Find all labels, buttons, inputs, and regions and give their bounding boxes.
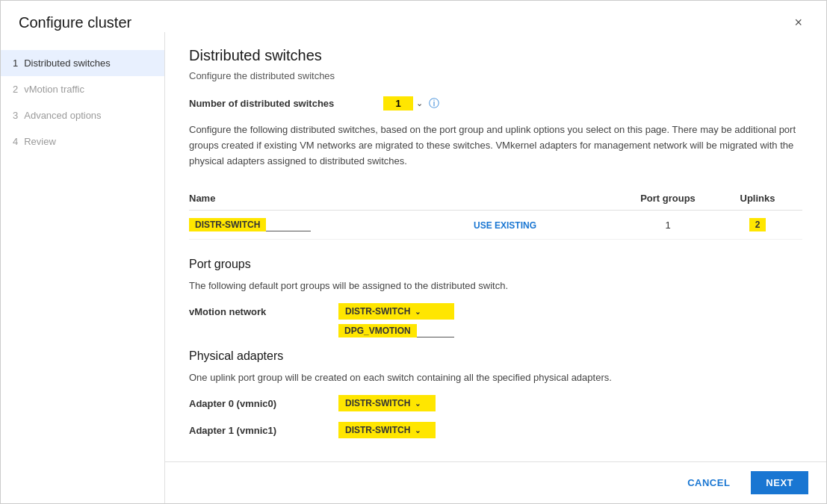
- physical-adapters-description: One uplink port group will be created on…: [189, 372, 802, 383]
- adapter-1-arrow: ⌄: [415, 426, 421, 435]
- vmotion-switch-arrow: ⌄: [415, 308, 421, 316]
- sidebar-item-vmotion-traffic[interactable]: 2 vMotion traffic: [1, 76, 164, 102]
- col-header-uplinks: Uplinks: [713, 193, 802, 204]
- num-switches-label: Number of distributed switches: [189, 98, 383, 109]
- dpg-vmotion-underline: [417, 324, 454, 337]
- use-existing-link[interactable]: USE EXISTING: [474, 220, 536, 231]
- dialog-title: Configure cluster: [19, 14, 131, 31]
- sidebar-item-advanced-options[interactable]: 3 Advanced options: [1, 102, 164, 128]
- configure-cluster-dialog: Configure cluster × 1 Distributed switch…: [0, 0, 827, 504]
- adapter-0-label: Adapter 0 (vmnic0): [189, 398, 338, 409]
- sidebar-item-label-4: Review: [24, 136, 56, 147]
- step-1-number: 1: [13, 57, 18, 69]
- switch-name-cell: DISTR-SWITCH: [189, 218, 474, 231]
- uplinks-cell: 2: [713, 218, 802, 231]
- num-switches-input[interactable]: [383, 96, 413, 111]
- vmotion-network-row: vMotion network DISTR-SWITCH ⌄ DPG_VMOTI…: [189, 303, 802, 337]
- cancel-button[interactable]: CANCEL: [675, 471, 742, 494]
- switches-table: Name Port groups Uplinks DISTR-SWITCH US…: [189, 187, 802, 240]
- sidebar-item-label-3: Advanced options: [24, 110, 101, 121]
- use-existing-cell: USE EXISTING: [474, 220, 623, 231]
- physical-adapters-title: Physical adapters: [189, 349, 802, 363]
- port-groups-title: Port groups: [189, 258, 802, 271]
- sidebar-item-label-1: Distributed switches: [24, 57, 111, 69]
- adapter-0-value: DISTR-SWITCH: [345, 398, 410, 408]
- content-title: Distributed switches: [189, 47, 802, 64]
- vmotion-dpg-row: DPG_VMOTION: [338, 324, 454, 337]
- next-button[interactable]: NEXT: [751, 471, 808, 494]
- dialog-body: 1 Distributed switches 2 vMotion traffic…: [1, 32, 826, 503]
- adapter-1-dropdown[interactable]: DISTR-SWITCH ⌄: [338, 422, 436, 438]
- dpg-vmotion-badge[interactable]: DPG_VMOTION: [338, 324, 417, 337]
- vmotion-network-label: vMotion network: [189, 303, 338, 317]
- content-area: Distributed switches Configure the distr…: [165, 32, 826, 461]
- dialog-footer: CANCEL NEXT: [165, 461, 826, 503]
- step-3-number: 3: [13, 110, 18, 121]
- table-row: DISTR-SWITCH USE EXISTING 1 2: [189, 211, 802, 240]
- vmotion-network-controls: DISTR-SWITCH ⌄ DPG_VMOTION: [338, 303, 454, 337]
- step-2-number: 2: [13, 84, 18, 95]
- sidebar-item-review[interactable]: 4 Review: [1, 128, 164, 155]
- adapter-0-dropdown[interactable]: DISTR-SWITCH ⌄: [338, 395, 436, 411]
- close-button[interactable]: ×: [788, 13, 808, 32]
- switch-name-underline: [266, 218, 311, 231]
- dialog-header: Configure cluster ×: [1, 1, 826, 32]
- content-subtitle: Configure the distributed switches: [189, 70, 802, 81]
- sidebar-item-label-2: vMotion traffic: [24, 84, 84, 95]
- vmotion-switch-dropdown[interactable]: DISTR-SWITCH ⌄: [338, 303, 454, 320]
- num-switches-dropdown-arrow[interactable]: ⌄: [416, 99, 423, 108]
- col-header-portgroups: Port groups: [623, 193, 713, 204]
- table-header: Name Port groups Uplinks: [189, 187, 802, 211]
- col-header-action: [474, 193, 623, 204]
- vmotion-switch-value: DISTR-SWITCH: [345, 306, 410, 317]
- adapter-1-value: DISTR-SWITCH: [345, 425, 410, 435]
- step-4-number: 4: [13, 136, 18, 147]
- portgroups-cell: 1: [623, 220, 713, 231]
- adapter-1-label: Adapter 1 (vmnic1): [189, 425, 338, 436]
- adapter-1-row: Adapter 1 (vmnic1) DISTR-SWITCH ⌄: [189, 422, 802, 438]
- adapter-0-row: Adapter 0 (vmnic0) DISTR-SWITCH ⌄: [189, 395, 802, 411]
- port-groups-description: The following default port groups will b…: [189, 280, 802, 291]
- info-icon[interactable]: ⓘ: [429, 97, 439, 111]
- switch-name-badge[interactable]: DISTR-SWITCH: [189, 218, 266, 231]
- physical-adapters-section: Physical adapters One uplink port group …: [189, 349, 802, 438]
- num-switches-row: Number of distributed switches ⌄ ⓘ: [189, 96, 802, 111]
- port-groups-section: Port groups The following default port g…: [189, 258, 802, 337]
- uplinks-badge: 2: [749, 218, 766, 231]
- adapter-0-arrow: ⌄: [415, 399, 421, 408]
- description-text: Configure the following distributed swit…: [189, 122, 802, 169]
- sidebar-item-distributed-switches[interactable]: 1 Distributed switches: [1, 50, 164, 76]
- col-header-name: Name: [189, 193, 474, 204]
- sidebar: 1 Distributed switches 2 vMotion traffic…: [1, 32, 165, 503]
- main-content: Distributed switches Configure the distr…: [165, 32, 826, 503]
